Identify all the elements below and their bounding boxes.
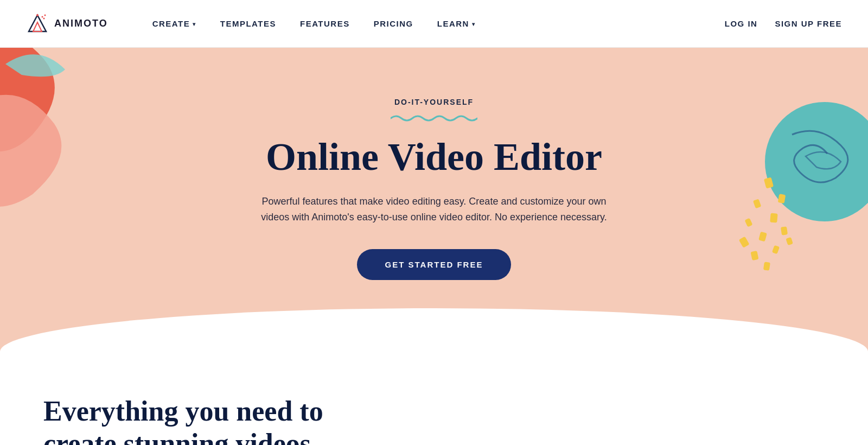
nav-features[interactable]: FEATURES [288, 0, 362, 48]
login-link[interactable]: LOG IN [725, 19, 758, 28]
svg-rect-14 [739, 237, 750, 248]
logo[interactable]: ANIMOTO [26, 12, 108, 35]
svg-rect-12 [758, 232, 767, 242]
squiggle-decoration [391, 113, 477, 123]
svg-point-6 [765, 102, 868, 221]
svg-rect-18 [786, 237, 793, 245]
hero-title: Online Video Editor [266, 136, 602, 179]
deco-right-blobs [716, 80, 868, 287]
svg-rect-16 [750, 251, 758, 260]
svg-point-2 [36, 14, 39, 16]
chevron-down-icon: ▾ [193, 21, 196, 27]
hero-eyebrow: DO-IT-YOURSELF [394, 98, 474, 106]
nav-learn[interactable]: LEARN ▾ [425, 0, 488, 48]
svg-rect-13 [781, 226, 788, 235]
svg-rect-17 [763, 262, 770, 270]
nav-create[interactable]: CREATE ▾ [141, 0, 208, 48]
svg-point-4 [44, 14, 46, 16]
get-started-button[interactable]: GET STARTED FREE [357, 249, 512, 280]
svg-rect-15 [772, 245, 780, 255]
nav-templates[interactable]: TEMPLATES [208, 0, 288, 48]
nav-auth: LOG IN SIGN UP FREE [725, 19, 842, 28]
svg-point-5 [43, 17, 45, 19]
deco-left-blobs [0, 48, 108, 221]
svg-rect-11 [745, 218, 753, 227]
logo-icon [26, 12, 49, 35]
chevron-down-icon: ▾ [472, 21, 476, 27]
hero-description: Powerful features that make video editin… [250, 194, 618, 225]
bottom-title: Everything you need to create stunning v… [43, 395, 369, 445]
signup-link[interactable]: SIGN UP FREE [775, 19, 842, 28]
bottom-section: Everything you need to create stunning v… [0, 352, 868, 445]
nav-links: CREATE ▾ TEMPLATES FEATURES PRICING LEAR… [141, 0, 725, 48]
svg-rect-9 [753, 199, 761, 208]
hero-section: DO-IT-YOURSELF Online Video Editor Power… [0, 48, 868, 352]
svg-rect-10 [770, 213, 777, 223]
nav-pricing[interactable]: PRICING [362, 0, 425, 48]
svg-point-3 [42, 16, 43, 17]
svg-marker-1 [33, 22, 42, 31]
logo-text: ANIMOTO [54, 18, 108, 29]
main-nav: ANIMOTO CREATE ▾ TEMPLATES FEATURES PRIC… [0, 0, 868, 48]
